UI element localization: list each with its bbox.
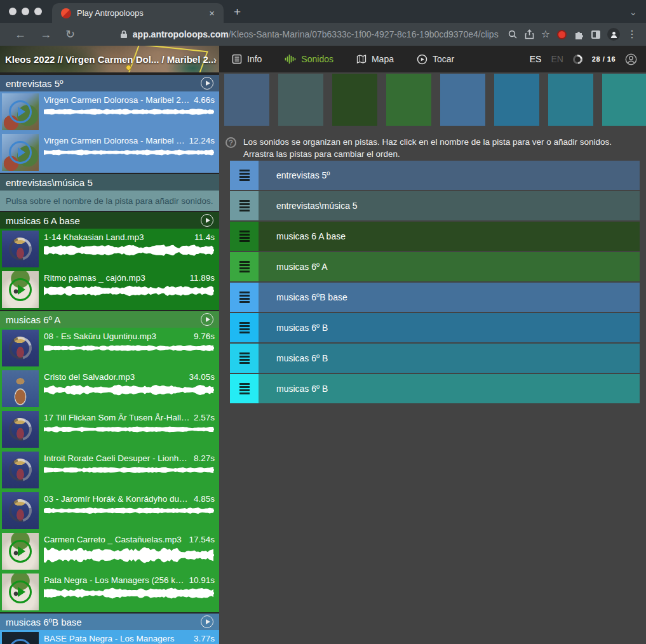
browser-menu-icon[interactable]: ⋮ [627,29,637,39]
clip-item[interactable]: Carmen Carreto _ Castañuelas.mp317.54s [0,531,219,572]
maximize-window-icon[interactable] [34,8,42,15]
track-play-button[interactable] [201,214,213,227]
clip-item[interactable]: 17 Till Flickan Som Är Tusen År-Halling … [0,409,219,450]
clip-title[interactable]: 1-14 Khakasian Land.mp3 [44,232,191,242]
sidebar-track-header[interactable]: musicas 6 A base [0,212,219,229]
track-row[interactable]: musicas 6º B [230,374,640,403]
clip-item[interactable]: 08 - Es Sakūru Uguntiņu.mp39.76s [0,328,219,368]
clip-item[interactable]: Virgen Carmen Dolorosa - Maribel 2.mp312… [0,132,219,173]
track-play-button[interactable] [201,77,213,90]
clip-title[interactable]: Introit Rorate Caeli Desuper - Lionheart… [44,453,190,463]
track-color-swatch[interactable] [386,74,431,126]
clip-title[interactable]: 17 Till Flickan Som Är Tusen År-Halling … [44,413,190,422]
play-icon[interactable] [9,540,32,563]
play-icon[interactable] [9,141,32,164]
track-name-button[interactable]: musicas 6º B [259,344,640,373]
clip-title[interactable]: 03 - Jaromír Horák & Konrádyho dudácká .… [44,494,190,504]
clip-item[interactable]: 03 - Jaromír Horák & Konrádyho dudácká .… [0,490,219,531]
clip-thumbnail[interactable] [2,370,39,407]
track-name-button[interactable]: musicas 6º B [259,313,640,342]
clip-waveform[interactable] [44,284,214,298]
address-bar[interactable]: app.antropoloops.com/Kleos-Santa-Marina/… [120,29,499,39]
clip-item[interactable]: Virgen Carmen Dolorosa - Maribel 2.mp34.… [0,91,219,132]
track-name-button[interactable]: musicas 6º A [259,252,640,281]
clip-waveform[interactable] [44,383,214,397]
clip-waveform[interactable] [44,243,214,257]
track-row[interactable]: entrevistas 5º [230,161,640,190]
track-color-swatch[interactable] [440,74,485,126]
zoom-search-icon[interactable] [508,29,518,39]
play-icon[interactable] [9,639,32,644]
clip-waveform[interactable] [44,424,214,435]
drag-handle[interactable] [230,191,259,220]
track-name-button[interactable]: entrevistas\música 5 [259,191,640,220]
clip-waveform[interactable] [44,586,214,600]
track-name-button[interactable]: entrevistas 5º [259,161,640,190]
clip-item[interactable]: Introit Rorate Caeli Desuper - Lionheart… [0,450,219,490]
clip-item[interactable]: Ritmo palmas _ cajón.mp311.89s [0,269,219,310]
breadcrumb-text[interactable]: Kleos 2022 // Virgen Carmen Dol... / Mar… [0,54,219,65]
track-name-button[interactable]: musicas 6ºB base [259,283,640,312]
sidebar-track-header[interactable]: entrevistas 5º [0,75,219,91]
url-text[interactable]: app.antropoloops.com/Kleos-Santa-Marina/… [133,29,499,39]
clip-title[interactable]: Virgen Carmen Dolorosa - Maribel 2.mp3 [44,136,185,145]
drag-handle[interactable] [230,222,259,251]
track-name-button[interactable]: musicas 6 A base [259,222,640,251]
browser-tab[interactable]: Play Antropoloops × [52,3,224,23]
drag-handle[interactable] [230,161,259,190]
track-row[interactable]: musicas 6º A [230,252,640,281]
split-view-icon[interactable] [591,30,600,39]
clip-thumbnail[interactable] [2,271,39,308]
clip-item[interactable]: Cristo del Salvador.mp334.05s [0,368,219,409]
clip-title[interactable]: 08 - Es Sakūru Uguntiņu.mp3 [44,332,190,341]
nav-tab-tocar[interactable]: Tocar [417,54,454,65]
clip-title[interactable]: Virgen Carmen Dolorosa - Maribel 2.mp3 [44,95,190,105]
clip-waveform[interactable] [44,342,214,354]
track-color-swatch[interactable] [548,74,593,126]
user-circle-icon[interactable] [625,53,637,65]
clip-title[interactable]: Cristo del Salvador.mp3 [44,372,185,382]
play-icon[interactable] [9,100,32,123]
lang-es-button[interactable]: ES [530,54,542,64]
drag-handle[interactable] [230,344,259,373]
track-color-swatch[interactable] [494,74,539,126]
clip-title[interactable]: BASE Pata Negra - Los Managers [44,634,190,643]
track-color-swatch[interactable] [278,74,323,126]
close-window-icon[interactable] [9,8,17,15]
clip-thumbnail[interactable] [2,452,39,488]
drag-handle[interactable] [230,252,259,281]
track-play-button[interactable] [201,615,213,628]
share-icon[interactable] [525,29,534,39]
drag-handle[interactable] [230,283,259,312]
track-color-swatch[interactable] [332,74,377,126]
profile-avatar[interactable] [607,28,620,41]
back-button[interactable]: ← [15,29,26,40]
sidebar-track-header[interactable]: musicas 6ºB base [0,614,219,630]
traffic-lights[interactable] [9,8,42,15]
track-row[interactable]: musicas 6º B [230,344,640,373]
track-color-swatch[interactable] [224,74,269,126]
clip-waveform[interactable] [44,464,214,476]
track-row[interactable]: musicas 6ºB base [230,283,640,312]
clip-title[interactable]: Pata Negra - Los Managers (256 kbps).mp3 [44,575,185,585]
breadcrumb[interactable]: Kleos 2022 // Virgen Carmen Dol... / Mar… [0,46,219,72]
clip-item[interactable]: Pata Negra - Los Managers (256 kbps).mp3… [0,572,219,612]
tab-search-chevron-icon[interactable]: ⌄ [629,6,637,18]
track-row[interactable]: musicas 6º B [230,313,640,342]
clip-title[interactable]: Carmen Carreto _ Castañuelas.mp3 [44,535,185,544]
reload-button[interactable]: ↻ [65,29,75,40]
extensions-puzzle-icon[interactable] [574,29,584,40]
forward-button[interactable]: → [40,29,51,40]
clip-thumbnail[interactable] [2,632,39,644]
lang-en-button[interactable]: EN [551,54,563,64]
minimize-window-icon[interactable] [22,8,29,15]
clip-thumbnail[interactable] [2,93,39,130]
clip-waveform[interactable] [44,147,214,158]
clip-thumbnail[interactable] [2,330,39,366]
clip-thumbnail[interactable] [2,411,39,448]
clip-item[interactable]: 1-14 Khakasian Land.mp311.4s [0,229,219,269]
sidebar-track-header[interactable]: entrevistas\música 5 [0,174,219,191]
clip-item[interactable]: BASE Pata Negra - Los Managers3.77s [0,630,219,644]
track-name-button[interactable]: musicas 6º B [259,374,640,403]
track-play-button[interactable] [201,313,213,326]
